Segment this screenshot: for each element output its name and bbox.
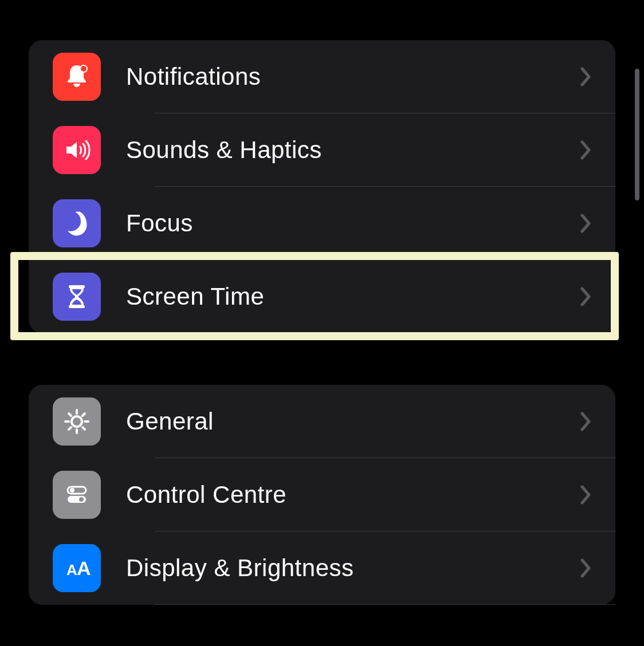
settings-section-1: Notifications Sounds & Haptics <box>29 40 615 333</box>
scrollbar[interactable] <box>635 69 639 200</box>
chevron-right-icon <box>580 213 592 234</box>
chevron-right-icon: <843 d="M4 4 L16 18 L4 32" stroke="#5a5a… <box>580 411 592 432</box>
svg-point-14 <box>70 488 74 493</box>
settings-row-focus[interactable]: Focus <box>29 187 615 260</box>
svg-line-10 <box>83 427 85 430</box>
chevron-right-icon <box>580 558 592 578</box>
svg-line-9 <box>69 413 71 416</box>
chevron-right-icon <box>580 286 592 307</box>
svg-point-1 <box>81 66 87 72</box>
settings-row-sounds-haptics[interactable]: Sounds & Haptics <box>29 113 615 187</box>
svg-rect-2 <box>69 285 85 288</box>
settings-row-label: Notifications <box>126 63 580 90</box>
settings-row-label: General <box>126 408 580 435</box>
svg-line-11 <box>69 427 71 430</box>
chevron-right-icon <box>580 484 592 505</box>
settings-row-label: Screen Time <box>126 283 580 310</box>
text-size-icon: A A <box>53 544 101 592</box>
speaker-wave-icon <box>53 126 101 174</box>
settings-row-label: Display & Brightness <box>126 554 580 582</box>
gear-icon <box>53 397 101 446</box>
svg-point-4 <box>72 416 82 427</box>
chevron-right-icon <box>580 140 592 160</box>
settings-row-label: Control Centre <box>126 481 580 509</box>
chevron-right-icon <box>580 66 592 87</box>
settings-row-general[interactable]: General <843 d="M4 4 L16 18 L4 32" strok… <box>29 385 615 458</box>
hourglass-icon <box>53 273 101 321</box>
settings-section-2: General <843 d="M4 4 L16 18 L4 32" strok… <box>29 385 615 605</box>
svg-text:A: A <box>66 561 77 578</box>
svg-rect-3 <box>69 305 85 308</box>
row-separator <box>155 604 615 605</box>
moon-icon <box>53 199 101 247</box>
svg-point-16 <box>79 497 84 502</box>
toggles-icon <box>53 471 101 519</box>
bell-badge-icon <box>53 53 101 101</box>
settings-row-screen-time[interactable]: Screen Time <box>29 260 615 333</box>
settings-row-label: Focus <box>126 210 580 237</box>
settings-row-notifications[interactable]: Notifications <box>29 40 615 113</box>
settings-row-label: Sounds & Haptics <box>126 136 580 164</box>
svg-line-12 <box>83 413 85 416</box>
settings-row-display-brightness[interactable]: A A Display & Brightness <box>29 531 615 605</box>
svg-text:A: A <box>77 557 91 579</box>
settings-row-control-centre[interactable]: Control Centre <box>29 458 615 531</box>
